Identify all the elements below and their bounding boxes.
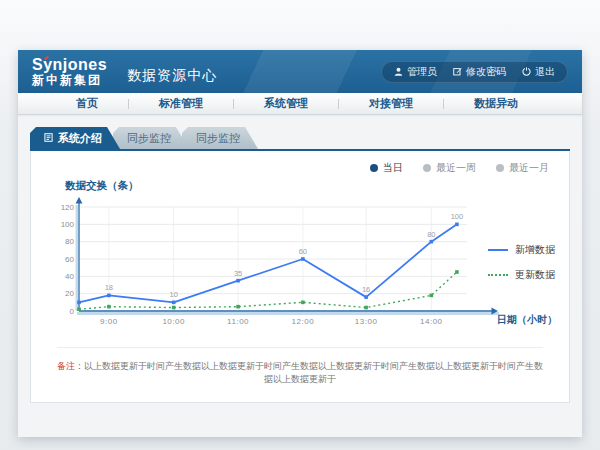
- brand-logo-en: Synjones: [32, 57, 107, 74]
- user-toolbar: 管理员 修改密码 退出: [381, 61, 568, 83]
- radio-last-month[interactable]: 最近一月: [496, 161, 549, 175]
- line-chart: 0204060801001209:0010:0011:0012:0013:001…: [49, 195, 501, 335]
- svg-text:100: 100: [451, 212, 464, 221]
- chart-container: 0204060801001209:0010:0011:0012:0013:001…: [41, 195, 559, 339]
- svg-text:11:00: 11:00: [227, 317, 249, 326]
- svg-text:18: 18: [105, 283, 113, 292]
- brand-logo-cn: 新中新集团: [32, 74, 107, 87]
- document-icon: [44, 132, 53, 144]
- brand-logo: Synjones 新中新集团: [32, 57, 107, 86]
- date-range-filters: 当日 最近一周 最近一月: [41, 159, 559, 175]
- tab-sync-monitor-2-label: 同步监控: [196, 131, 240, 146]
- legend-item-new-data: 新增数据: [488, 243, 555, 257]
- tab-sync-monitor-2[interactable]: 同步监控: [182, 127, 258, 149]
- svg-text:100: 100: [61, 220, 75, 229]
- current-user-label: 管理员: [407, 65, 437, 79]
- svg-text:0: 0: [70, 307, 75, 316]
- panel-divider: [57, 347, 543, 348]
- svg-text:80: 80: [427, 230, 435, 239]
- radio-dot-icon: [370, 164, 378, 172]
- tab-sync-monitor-1[interactable]: 同步监控: [113, 127, 189, 149]
- nav-item-integration-mgmt[interactable]: 对接管理: [339, 96, 443, 111]
- radio-dot-icon: [423, 164, 431, 172]
- content-area: 系统介绍 同步监控 同步监控 当日 最近一周: [18, 115, 582, 403]
- change-password-button[interactable]: 修改密码: [453, 65, 506, 79]
- footnote: 备注：以上数据更新于时间产生数据以上数据更新于时间产生数据以上数据更新于时间产生…: [41, 360, 559, 386]
- brand-logo-en-rest: njones: [53, 56, 108, 73]
- chart-legend: 新增数据 更新数据: [488, 243, 555, 282]
- radio-today-label: 当日: [383, 161, 403, 175]
- footnote-text: 以上数据更新于时间产生数据以上数据更新于时间产生数据以上数据更新于时间产生数据以…: [84, 361, 543, 384]
- svg-text:9:00: 9:00: [100, 317, 118, 326]
- nav-item-data-changes[interactable]: 数据异动: [444, 96, 548, 111]
- radio-today[interactable]: 当日: [370, 161, 403, 175]
- svg-text:14:00: 14:00: [420, 317, 443, 326]
- svg-text:13:00: 13:00: [355, 317, 378, 326]
- legend-item-updated-data: 更新数据: [488, 268, 555, 282]
- tab-system-intro-label: 系统介绍: [58, 131, 102, 146]
- power-icon: [522, 67, 531, 76]
- page-title: 数据资源中心: [127, 67, 217, 85]
- legend-new-data-label: 新增数据: [515, 243, 555, 257]
- chart-x-axis-title: 日期（小时）: [497, 313, 557, 327]
- page-background: Synjones 新中新集团 数据资源中心 管理员 修改密码: [0, 0, 600, 450]
- solid-line-swatch-icon: [488, 249, 508, 251]
- svg-text:10:00: 10:00: [162, 317, 185, 326]
- radio-dot-icon: [496, 164, 504, 172]
- chart-y-axis-title: 数据交换（条）: [65, 179, 559, 193]
- edit-icon: [453, 67, 462, 76]
- nav-item-home[interactable]: 首页: [46, 96, 128, 111]
- change-password-label: 修改密码: [466, 65, 506, 79]
- svg-text:12:00: 12:00: [292, 317, 315, 326]
- radio-last-week-label: 最近一周: [436, 161, 476, 175]
- tab-sync-monitor-1-label: 同步监控: [127, 131, 171, 146]
- tab-system-intro[interactable]: 系统介绍: [30, 127, 120, 149]
- svg-text:16: 16: [362, 285, 370, 294]
- svg-text:40: 40: [65, 272, 74, 281]
- nav-item-standard-mgmt[interactable]: 标准管理: [129, 96, 233, 111]
- svg-text:120: 120: [61, 203, 75, 212]
- svg-text:10: 10: [170, 290, 178, 299]
- legend-updated-data-label: 更新数据: [515, 268, 555, 282]
- svg-text:80: 80: [65, 237, 74, 246]
- svg-text:20: 20: [65, 289, 74, 298]
- current-user-button[interactable]: 管理员: [394, 65, 437, 79]
- svg-text:60: 60: [299, 247, 307, 256]
- radio-last-month-label: 最近一月: [509, 161, 549, 175]
- system-intro-panel: 当日 最近一周 最近一月 数据交换（条） 0204060801001209:00…: [30, 151, 570, 403]
- svg-text:35: 35: [234, 269, 242, 278]
- radio-last-week[interactable]: 最近一周: [423, 161, 476, 175]
- svg-text:60: 60: [65, 255, 74, 264]
- tab-bar: 系统介绍 同步监控 同步监控: [30, 127, 570, 151]
- footnote-prefix: 备注：: [57, 361, 84, 371]
- nav-item-system-mgmt[interactable]: 系统管理: [234, 96, 338, 111]
- dotted-line-swatch-icon: [488, 274, 508, 276]
- app-header: Synjones 新中新集团 数据资源中心 管理员 修改密码: [18, 50, 582, 93]
- user-icon: [394, 67, 403, 76]
- logout-button[interactable]: 退出: [522, 65, 555, 79]
- app-window: Synjones 新中新集团 数据资源中心 管理员 修改密码: [18, 50, 582, 437]
- main-nav: 首页 标准管理 系统管理 对接管理 数据异动: [18, 93, 582, 115]
- logout-label: 退出: [535, 65, 555, 79]
